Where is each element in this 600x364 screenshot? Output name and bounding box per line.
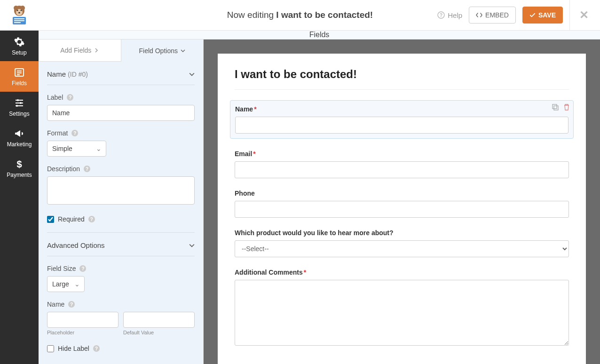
help-icon[interactable]: ? (84, 166, 90, 172)
product-select[interactable]: --Select-- (235, 240, 569, 257)
svg-point-4 (17, 10, 18, 11)
help-icon[interactable]: ? (88, 216, 95, 222)
name-input[interactable] (235, 117, 568, 134)
panel-header: Fields (39, 31, 600, 40)
hide-label-label: Hide Label (58, 345, 89, 352)
description-input[interactable] (47, 176, 195, 205)
comments-textarea[interactable] (235, 280, 569, 346)
preview-field-product[interactable]: Which product would you like to hear mor… (235, 229, 569, 257)
svg-rect-10 (14, 22, 21, 23)
format-select[interactable] (47, 141, 106, 157)
chevron-down-icon (189, 71, 195, 77)
check-icon (529, 12, 536, 18)
nav-settings[interactable]: Settings (0, 92, 39, 122)
svg-point-6 (18, 12, 20, 14)
label-input[interactable] (47, 105, 195, 121)
nav-payments[interactable]: $ Payments (0, 153, 39, 183)
nav-fields[interactable]: Fields (0, 61, 39, 92)
app-logo (0, 0, 39, 31)
svg-point-5 (21, 10, 22, 11)
field-label: Name* (235, 105, 568, 113)
svg-text:?: ? (440, 13, 442, 18)
svg-text:$: $ (16, 159, 22, 169)
side-panel: Add Fields Field Options Name (ID #0) La (39, 40, 204, 364)
size-label: Field Size (47, 265, 76, 272)
nav-rail: Setup Fields Settings Marketing $ Paymen… (0, 31, 39, 364)
chevron-down-icon (189, 243, 195, 248)
section-name-header[interactable]: Name (ID #0) (47, 62, 195, 85)
topbar: Now editing I want to be contacted! ? He… (0, 0, 600, 31)
default-value-input[interactable] (123, 312, 195, 328)
svg-rect-8 (14, 18, 24, 19)
trash-icon[interactable] (563, 103, 570, 111)
placeholder-input[interactable] (47, 312, 118, 328)
form-canvas: I want to be contacted! Name* Email* (204, 40, 600, 364)
label-label: Label (47, 94, 63, 101)
default-sublabel: Default Value (123, 330, 195, 335)
close-button[interactable]: ✕ (576, 8, 592, 22)
svg-point-20 (20, 102, 22, 104)
section-advanced-header[interactable]: Advanced Options (47, 233, 195, 256)
duplicate-icon[interactable] (552, 103, 559, 111)
dollar-icon: $ (14, 158, 25, 170)
help-icon[interactable]: ? (68, 301, 75, 308)
bullhorn-icon (14, 128, 25, 139)
required-label: Required (58, 215, 85, 223)
save-button[interactable]: SAVE (522, 7, 563, 24)
embed-button[interactable]: EMBED (469, 7, 516, 24)
divider (569, 0, 570, 31)
form-title: I want to be contacted! (235, 68, 569, 81)
svg-point-22 (16, 105, 18, 107)
help-icon[interactable]: ? (67, 94, 73, 101)
size-select[interactable] (47, 276, 85, 292)
help-icon[interactable]: ? (71, 130, 78, 136)
sliders-icon (14, 97, 25, 109)
svg-rect-25 (554, 106, 558, 110)
gear-icon (14, 36, 25, 47)
name-label: Name (47, 301, 64, 308)
code-icon (476, 12, 482, 18)
help-icon[interactable]: ? (79, 265, 86, 272)
chevron-down-icon (181, 48, 185, 53)
help-link[interactable]: ? Help (437, 11, 462, 19)
help-icon: ? (437, 11, 445, 19)
nav-marketing[interactable]: Marketing (0, 122, 39, 153)
placeholder-sublabel: Placeholder (47, 330, 118, 335)
hide-label-checkbox[interactable] (47, 345, 54, 352)
email-input[interactable] (235, 161, 569, 178)
list-icon (14, 67, 25, 78)
form-preview: I want to be contacted! Name* Email* (218, 54, 586, 364)
required-checkbox[interactable] (47, 216, 54, 223)
field-label: Which product would you like to hear mor… (235, 229, 569, 237)
field-label: Additional Comments* (235, 269, 569, 276)
field-label: Phone (235, 190, 569, 197)
nav-setup[interactable]: Setup (0, 31, 39, 61)
preview-field-phone[interactable]: Phone (235, 190, 569, 218)
tab-field-options[interactable]: Field Options (121, 40, 204, 62)
phone-input[interactable] (235, 201, 569, 218)
svg-rect-24 (553, 104, 557, 109)
preview-field-comments[interactable]: Additional Comments* (235, 269, 569, 347)
preview-field-email[interactable]: Email* (235, 150, 569, 178)
svg-point-18 (17, 99, 19, 101)
tab-add-fields[interactable]: Add Fields (39, 40, 121, 62)
preview-field-name[interactable]: Name* (230, 100, 574, 139)
svg-rect-9 (14, 20, 24, 21)
help-icon[interactable]: ? (93, 345, 100, 352)
format-label: Format (47, 129, 68, 137)
field-label: Email* (235, 150, 569, 158)
chevron-right-icon (94, 48, 99, 53)
description-label: Description (47, 165, 80, 173)
